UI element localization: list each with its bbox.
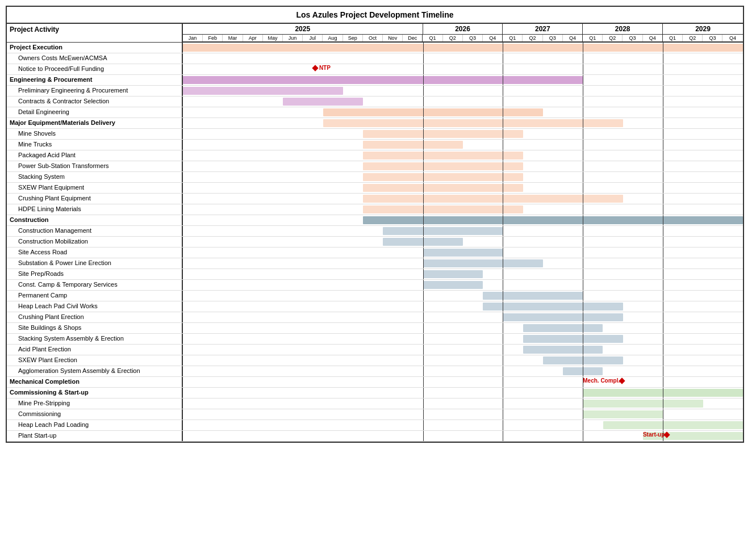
timeline-cell <box>183 312 743 322</box>
year-divider <box>663 258 663 268</box>
year-divider <box>423 183 424 193</box>
q4-2029: Q4 <box>722 35 742 41</box>
activity-label: Crushing Plant Equipment <box>7 194 183 204</box>
activity-label: Power Sub-Station Transformers <box>7 161 183 171</box>
table-row: Project Execution <box>7 43 743 53</box>
table-row: Detail Engineering <box>7 107 743 118</box>
q3-2027: Q3 <box>543 35 563 41</box>
year-divider <box>583 215 583 225</box>
year-divider <box>583 64 583 74</box>
gantt-bar <box>363 130 523 138</box>
milestone-text: Mech. Compl. <box>583 377 620 384</box>
gantt-bar <box>183 87 343 95</box>
table-row: Agglomeration System Assembly & Erection <box>7 366 743 377</box>
timeline-cell <box>183 97 743 107</box>
q1-2026: Q1 <box>423 35 442 41</box>
year-divider <box>503 334 503 344</box>
timeline-cell <box>183 107 743 118</box>
table-row: SXEW Plant Erection <box>7 355 743 366</box>
year-divider <box>663 86 663 96</box>
table-row: Preliminary Engineering & Procurement <box>7 86 743 97</box>
activity-label: Agglomeration System Assembly & Erection <box>7 366 183 376</box>
gantt-bar <box>523 324 603 332</box>
q2-2026: Q2 <box>443 35 463 41</box>
q4-2027: Q4 <box>563 35 583 41</box>
activity-label: Construction Mobilization <box>7 237 183 247</box>
q3-2026: Q3 <box>463 35 483 41</box>
activity-label: Crushing Plant Erection <box>7 312 183 322</box>
year-divider <box>663 64 663 74</box>
gantt-bar <box>363 173 523 181</box>
table-row: Stacking System Assembly & Erection <box>7 334 743 345</box>
year-divider <box>423 431 424 441</box>
activity-label: Stacking System <box>7 172 183 182</box>
year-divider <box>663 107 663 118</box>
year-divider <box>583 194 583 204</box>
table-row: Construction Management <box>7 226 743 237</box>
year-divider <box>583 97 583 107</box>
table-row: Owners Costs McEwen/ACMSA <box>7 53 743 64</box>
timeline-cell <box>183 226 743 236</box>
year-divider <box>583 431 583 441</box>
activity-label: Permanent Camp <box>7 291 183 301</box>
milestone-text: NTP <box>319 65 331 71</box>
table-row: Notice to Proceed/Full FundingNTP <box>7 64 743 75</box>
activity-label: Owners Costs McEwen/ACMSA <box>7 53 183 64</box>
year-divider <box>663 366 663 376</box>
year-divider <box>423 334 424 344</box>
milestone-label: NTP <box>313 65 331 71</box>
gantt-bar <box>363 162 523 170</box>
table-row: Substation & Power Line Erection <box>7 258 743 269</box>
gantt-chart: Los Azules Project Development Timeline … <box>6 6 744 443</box>
year-divider <box>583 43 583 53</box>
year-divider <box>423 226 424 236</box>
table-row: Acid Plant Erection <box>7 345 743 355</box>
year-divider <box>583 53 583 64</box>
timeline-cell <box>183 237 743 247</box>
gantt-bar <box>363 152 523 160</box>
activity-label: Construction Management <box>7 226 183 236</box>
year-divider <box>663 129 663 139</box>
activity-label: Project Execution <box>7 43 183 53</box>
timeline-cell <box>183 194 743 204</box>
year-divider <box>423 355 424 366</box>
gantt-bar <box>283 98 363 106</box>
timeline-cell <box>183 172 743 182</box>
timeline-cell <box>183 140 743 150</box>
year-divider <box>583 409 583 419</box>
rows-container: Project ExecutionOwners Costs McEwen/ACM… <box>7 43 743 442</box>
activity-label: Mine Pre-Stripping <box>7 398 183 409</box>
timeline-cell: Mech. Compl. <box>183 377 743 387</box>
timeline-cell <box>183 53 743 64</box>
table-row: Crushing Plant Equipment <box>7 194 743 204</box>
timeline-cell <box>183 86 743 96</box>
year-divider <box>503 345 503 355</box>
year-divider <box>423 43 424 53</box>
table-row: Site Access Road <box>7 247 743 258</box>
year-divider <box>663 388 663 398</box>
activity-label: Notice to Proceed/Full Funding <box>7 64 183 74</box>
table-row: Engineering & Procurement <box>7 75 743 86</box>
milestone-label: Start-up <box>643 431 671 438</box>
gantt-bar <box>423 259 543 267</box>
year-divider <box>503 301 503 312</box>
year-divider <box>663 312 663 322</box>
timeline-cell <box>183 409 743 419</box>
year-divider <box>423 247 424 258</box>
year-divider <box>583 75 583 85</box>
table-row: Plant Start-upStart-up <box>7 431 743 442</box>
q4-2028: Q4 <box>643 35 663 41</box>
year-divider <box>503 258 503 268</box>
year-divider <box>503 161 503 171</box>
q4-2026: Q4 <box>483 35 503 41</box>
year-divider <box>423 53 424 64</box>
year-divider <box>583 140 583 150</box>
year-divider <box>503 64 503 74</box>
year-divider <box>503 150 503 161</box>
table-row: Site Prep/Roads <box>7 269 743 280</box>
q2-2029: Q2 <box>683 35 703 41</box>
table-row: Commissioning & Start-up <box>7 388 743 398</box>
year-divider <box>423 388 424 398</box>
activity-label: Mine Shovels <box>7 129 183 139</box>
year-divider <box>503 97 503 107</box>
